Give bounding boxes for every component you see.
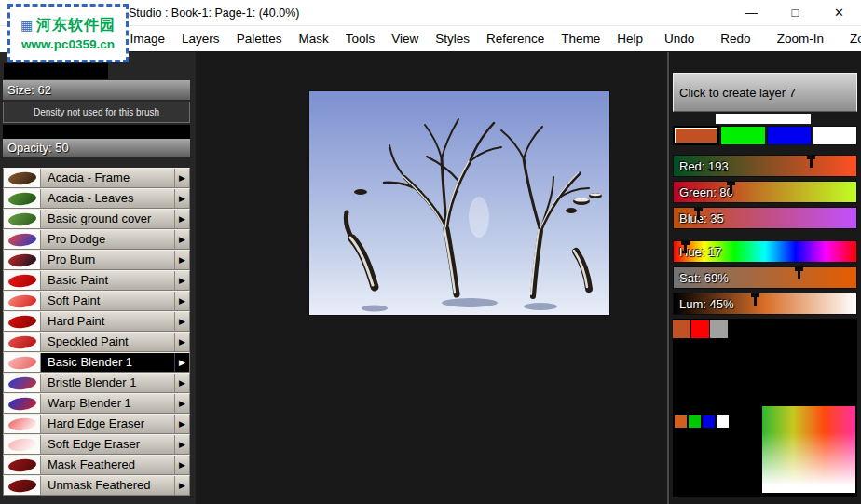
mini-swatch-row <box>675 415 729 428</box>
slider-marker-hue[interactable] <box>684 241 687 253</box>
brush-stroke-sample <box>7 457 36 472</box>
palette-swatch[interactable] <box>720 126 765 145</box>
brush-expand-arrow-icon[interactable]: ▶ <box>174 169 189 187</box>
opacity-slider[interactable]: Opacity: 50 <box>3 139 190 157</box>
brush-item-pro-burn[interactable]: Pro Burn▶ <box>3 250 190 270</box>
menubar-action-undo[interactable]: Undo <box>651 32 707 46</box>
history-swatch[interactable] <box>691 320 709 338</box>
close-button[interactable]: ✕ <box>817 0 861 25</box>
brush-expand-arrow-icon[interactable]: ▶ <box>174 292 189 310</box>
slider-marker-blue[interactable] <box>697 208 700 220</box>
brush-item-basic-ground-cover[interactable]: Basic ground cover▶ <box>3 209 190 229</box>
menu-help[interactable]: Help <box>608 32 651 46</box>
brush-label: Acacia - Leaves <box>41 189 174 208</box>
brush-expand-arrow-icon[interactable]: ▶ <box>174 333 189 351</box>
history-swatch[interactable] <box>673 320 690 338</box>
brush-item-mask-feathered[interactable]: Mask Feathered▶ <box>3 455 190 475</box>
slider-marker-sat[interactable] <box>798 267 800 279</box>
brush-item-unmask-feathered[interactable]: Unmask Feathered▶ <box>3 475 190 496</box>
brush-expand-arrow-icon[interactable]: ▶ <box>174 312 189 331</box>
slider-hue[interactable]: Hue: 17 <box>673 240 857 263</box>
mini-swatch[interactable] <box>689 415 701 428</box>
menu-mask[interactable]: Mask <box>290 32 336 46</box>
history-swatch[interactable] <box>710 320 728 338</box>
brush-thumbnail-icon <box>4 189 41 208</box>
brush-expand-arrow-icon[interactable]: ▶ <box>174 374 189 392</box>
brush-expand-arrow-icon[interactable]: ▶ <box>174 456 189 474</box>
brush-expand-arrow-icon[interactable]: ▶ <box>174 271 189 290</box>
mini-swatch[interactable] <box>675 415 687 428</box>
palette-swatch[interactable] <box>673 126 719 145</box>
slider-blue[interactable]: Blue: 35 <box>673 207 857 229</box>
brush-expand-arrow-icon[interactable]: ▶ <box>174 251 189 269</box>
brush-expand-arrow-icon[interactable]: ▶ <box>174 415 189 433</box>
slider-label-sat: Sat: 69% <box>679 271 729 285</box>
brush-item-basic-blender-1[interactable]: Basic Blender 1▶ <box>3 352 190 373</box>
slider-marker-green[interactable] <box>730 182 732 194</box>
brush-expand-arrow-icon[interactable]: ▶ <box>174 230 189 249</box>
density-note: Density not used for this brush <box>34 107 159 117</box>
brush-thumbnail-icon <box>4 230 41 249</box>
custom-swatch-board[interactable] <box>673 319 857 497</box>
brush-item-pro-dodge[interactable]: Pro Dodge▶ <box>3 229 190 250</box>
brush-thumbnail-icon <box>4 210 41 228</box>
brush-stroke-sample <box>7 273 36 288</box>
brush-stroke-sample <box>7 416 36 431</box>
brush-expand-arrow-icon[interactable]: ▶ <box>174 210 189 228</box>
menu-palettes[interactable]: Palettes <box>228 32 291 46</box>
menu-reference[interactable]: Reference <box>478 32 553 46</box>
brush-item-bristle-blender-1[interactable]: Bristle Blender 1▶ <box>3 373 190 393</box>
palette-swatch[interactable] <box>767 126 812 145</box>
size-slider[interactable]: Size: 62 <box>3 80 190 100</box>
brush-item-hard-edge-eraser[interactable]: Hard Edge Eraser▶ <box>3 414 190 434</box>
brush-expand-arrow-icon[interactable]: ▶ <box>174 189 189 208</box>
maximize-button[interactable]: □ <box>773 0 817 25</box>
brush-item-basic-paint[interactable]: Basic Paint▶ <box>3 270 190 291</box>
brush-item-warp-blender-1[interactable]: Warp Blender 1▶ <box>3 393 190 414</box>
menu-layers[interactable]: Layers <box>173 32 228 46</box>
brush-list: Acacia - Frame▶Acacia - Leaves▶Basic gro… <box>3 168 190 496</box>
brush-thumbnail-icon <box>4 456 41 474</box>
slider-green[interactable]: Green: 80 <box>673 181 857 203</box>
color-gradient-picker[interactable] <box>762 406 855 493</box>
brush-stroke-sample <box>7 170 36 185</box>
brush-expand-arrow-icon[interactable]: ▶ <box>174 353 189 372</box>
menu-theme[interactable]: Theme <box>553 32 608 46</box>
brush-item-hard-paint[interactable]: Hard Paint▶ <box>3 311 190 332</box>
mini-swatch[interactable] <box>703 415 715 428</box>
slider-sat[interactable]: Sat: 69% <box>673 266 857 289</box>
watermark-url: www.pc0359.cn <box>21 37 115 51</box>
canvas[interactable] <box>309 91 609 315</box>
menu-actions: UndoRedoZoom-InZoom-Out <box>651 32 861 46</box>
menu-tools[interactable]: Tools <box>337 32 384 46</box>
slider-marker-red[interactable] <box>810 156 813 168</box>
brush-expand-arrow-icon[interactable]: ▶ <box>174 476 189 495</box>
brush-expand-arrow-icon[interactable]: ▶ <box>174 394 189 413</box>
brush-item-soft-paint[interactable]: Soft Paint▶ <box>3 291 190 311</box>
slider-marker-lum[interactable] <box>754 293 757 306</box>
brush-item-speckled-paint[interactable]: Speckled Paint▶ <box>3 332 190 352</box>
menu-view[interactable]: View <box>383 32 427 46</box>
menu-image[interactable]: Image <box>122 32 174 46</box>
brush-expand-arrow-icon[interactable]: ▶ <box>174 435 189 454</box>
brush-label: Hard Paint <box>41 312 174 331</box>
watermark-logo-icon: ▦ <box>20 19 33 32</box>
menu-styles[interactable]: Styles <box>427 32 478 46</box>
menubar-action-zoom-in[interactable]: Zoom-In <box>764 32 837 46</box>
brush-thumbnail-icon <box>4 476 41 495</box>
watermark-title-row: ▦ 河东软件园 <box>20 16 116 35</box>
brush-item-soft-edge-eraser[interactable]: Soft Edge Eraser▶ <box>3 434 190 455</box>
mini-swatch[interactable] <box>717 415 729 428</box>
brush-label: Basic Paint <box>41 271 174 290</box>
brush-label: Unmask Feathered <box>41 476 174 495</box>
minimize-button[interactable]: — <box>730 0 773 25</box>
create-layer-button[interactable]: Click to create layer 7 <box>673 73 857 112</box>
brush-item-acacia-frame[interactable]: Acacia - Frame▶ <box>3 168 190 188</box>
slider-lum[interactable]: Lum: 45% <box>673 293 857 315</box>
slider-red[interactable]: Red: 193 <box>673 155 857 177</box>
menubar-action-redo[interactable]: Redo <box>707 32 763 46</box>
menubar-action-zoom-out[interactable]: Zoom-Out <box>837 32 861 46</box>
brush-item-acacia-leaves[interactable]: Acacia - Leaves▶ <box>3 188 190 209</box>
color-stroke-preview <box>716 114 811 124</box>
palette-swatch[interactable] <box>813 126 857 145</box>
